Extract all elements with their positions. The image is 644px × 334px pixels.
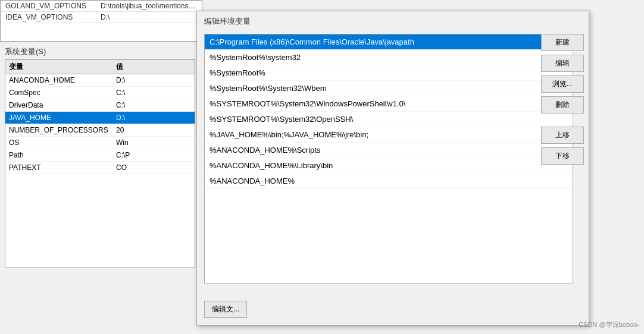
browse-button[interactable]: 浏览... bbox=[541, 75, 584, 93]
move-up-button[interactable]: 上移 bbox=[541, 127, 584, 144]
delete-button[interactable]: 删除 bbox=[541, 96, 584, 114]
left-panel: GOLAND_VM_OPTIONS D:\tools\jibua_tool\me… bbox=[0, 0, 202, 334]
table-row[interactable]: DriverData C:\ bbox=[5, 99, 195, 112]
path-list-item[interactable]: %JAVA_HOME%\bin;%JAVA_HOME%\jre\bin; bbox=[205, 127, 573, 143]
bottom-button-area: 编辑文... bbox=[204, 301, 573, 318]
var-value: D:\tools\jibua_tool\mentions\goland_vmop… bbox=[101, 2, 197, 10]
table-row-selected[interactable]: JAVA_HOME D:\ bbox=[5, 112, 195, 124]
var-name: IDEA_VM_OPTIONS bbox=[5, 13, 101, 21]
table-row[interactable]: GOLAND_VM_OPTIONS D:\tools\jibua_tool\me… bbox=[1, 1, 202, 12]
col-val-header: 值 bbox=[116, 62, 191, 72]
table-row[interactable]: Path C:\P bbox=[5, 149, 195, 162]
path-list-item[interactable]: C:\Program Files (x86)\Common Files\Orac… bbox=[205, 34, 573, 50]
path-list-item[interactable]: %ANACONDA_HOME% bbox=[205, 174, 573, 189]
table-row[interactable]: ComSpec C:\ bbox=[5, 87, 195, 99]
top-env-table: GOLAND_VM_OPTIONS D:\tools\jibua_tool\me… bbox=[0, 0, 202, 42]
var-name: GOLAND_VM_OPTIONS bbox=[5, 2, 101, 10]
dialog-title: 编辑环境变量 bbox=[197, 11, 589, 31]
edit-text-button[interactable]: 编辑文... bbox=[204, 301, 247, 318]
path-list-item[interactable]: %ANACONDA_HOME%\Library\bin bbox=[205, 158, 573, 174]
var-value: D:\ bbox=[101, 13, 197, 21]
path-list-item[interactable]: %SYSTEMROOT%\System32\WindowsPowerShell\… bbox=[205, 96, 573, 112]
path-list-item[interactable]: %SystemRoot%\system32 bbox=[205, 50, 573, 65]
watermark: CSDN @芋泥boboo- bbox=[579, 320, 639, 329]
path-list-item[interactable]: %SystemRoot% bbox=[205, 65, 573, 81]
path-list[interactable]: C:\Program Files (x86)\Common Files\Orac… bbox=[204, 34, 573, 283]
edit-button[interactable]: 编辑 bbox=[541, 55, 584, 72]
path-list-item[interactable]: %SYSTEMROOT%\System32\OpenSSH\ bbox=[205, 112, 573, 127]
sys-vars-table: 变量 值 ANACONDA_HOME D:\ ComSpec C:\ Drive… bbox=[5, 59, 195, 267]
sys-vars-label: 系统变量(S) bbox=[5, 46, 46, 57]
table-row[interactable]: IDEA_VM_OPTIONS D:\ bbox=[1, 12, 202, 23]
col-var-header: 变量 bbox=[9, 62, 116, 72]
new-button[interactable]: 新建 bbox=[541, 34, 584, 51]
table-header: 变量 值 bbox=[5, 60, 195, 74]
table-row[interactable]: ANACONDA_HOME D:\ bbox=[5, 74, 195, 87]
dialog-action-buttons: 新建 编辑 浏览... 删除 上移 下移 bbox=[541, 34, 584, 165]
table-row[interactable]: OS Win bbox=[5, 137, 195, 149]
move-down-button[interactable]: 下移 bbox=[541, 147, 584, 165]
path-list-item[interactable]: %SystemRoot%\System32\Wbem bbox=[205, 81, 573, 96]
edit-env-dialog: 编辑环境变量 C:\Program Files (x86)\Common Fil… bbox=[196, 11, 589, 326]
path-list-item[interactable]: %ANACONDA_HOME%\Scripts bbox=[205, 143, 573, 158]
table-row[interactable]: PATHEXT CO bbox=[5, 162, 195, 174]
table-row[interactable]: NUMBER_OF_PROCESSORS 20 bbox=[5, 124, 195, 137]
